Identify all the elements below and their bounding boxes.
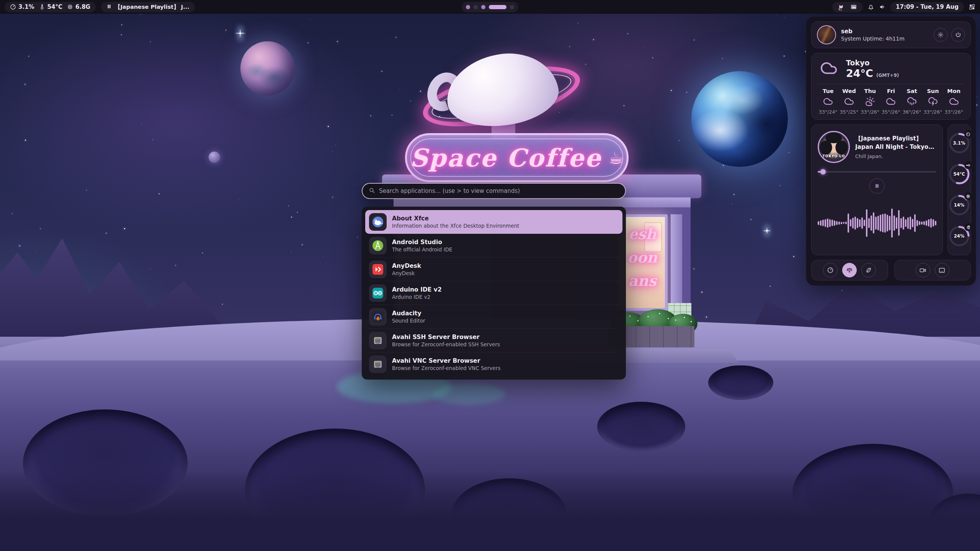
album-art[interactable]: TOKYO LO — [818, 131, 850, 163]
wallpaper-crater — [597, 402, 685, 452]
waveform-bar — [907, 217, 909, 228]
weather-cloud-icon — [818, 59, 840, 78]
waveform-bar — [873, 212, 874, 233]
waveform-bar — [891, 209, 893, 238]
gauge-icon — [10, 4, 16, 10]
screenshot-icon[interactable] — [935, 263, 949, 277]
power-icon[interactable] — [951, 28, 965, 42]
search-box[interactable] — [362, 183, 626, 199]
system-stats-pill[interactable]: 3.1% 54°C 6.8G — [5, 2, 96, 12]
forecast-day-label: Thu — [864, 88, 876, 94]
waveform-bar — [919, 221, 920, 225]
pause-button[interactable] — [869, 178, 885, 194]
top-bar: 3.1% 54°C 6.8G 【Japanese Playlist】 J... — [0, 0, 980, 14]
app-description: Browse for Zeroconf-enabled SSH Servers — [392, 341, 500, 348]
volume-icon[interactable] — [879, 3, 886, 10]
forecast-temps: 33°/26° — [924, 109, 942, 115]
app-description: Information about the Xfce Desktop Envir… — [392, 223, 519, 230]
app-icon — [369, 308, 387, 326]
user-name: seb — [841, 28, 905, 35]
waveform-bar — [852, 218, 854, 228]
neon-sign-text: Space Coffee — [410, 143, 602, 172]
pause-icon — [106, 4, 112, 10]
now-playing-pill[interactable]: 【Japanese Playlist】 J... — [101, 2, 195, 12]
app-list-item[interactable]: Android Studio The official Android IDE — [365, 234, 622, 258]
waveform-bar — [930, 218, 932, 228]
chip-icon — [67, 4, 73, 10]
waveform-bar — [845, 222, 847, 224]
divider — [818, 84, 964, 84]
app-icon — [369, 237, 387, 254]
waveform-bar — [914, 214, 916, 232]
app-grid-icon[interactable] — [969, 3, 975, 10]
waveform-bar — [850, 219, 851, 227]
waveform-bar — [875, 217, 877, 230]
neon-coffee-cup-icon: ☕ — [609, 148, 624, 168]
waveform-bar — [843, 222, 844, 224]
waveform-bar — [831, 220, 833, 226]
waveform-bar — [912, 219, 913, 227]
wallpaper-earth — [691, 71, 788, 167]
search-icon — [369, 187, 375, 195]
forecast-day-label: Fri — [887, 88, 895, 94]
workspace-dot-5[interactable] — [510, 5, 514, 9]
app-list-item[interactable]: Audacity Sound Editor — [365, 305, 622, 329]
workspace-dot-1[interactable] — [466, 5, 470, 9]
waveform-bar — [889, 216, 890, 230]
app-list-item[interactable]: Arduino IDE v2 Arduino IDE v2 — [365, 281, 622, 305]
app-icon — [369, 355, 387, 373]
avatar[interactable] — [817, 25, 836, 44]
cpu-stat: 3.1% — [10, 3, 34, 10]
wallpaper-sparkle — [240, 28, 241, 39]
waveform-bar — [838, 222, 840, 225]
app-list-item[interactable]: About Xfce Information about the Xfce De… — [365, 210, 622, 234]
waveform-bar — [928, 219, 929, 227]
wallpaper-icon[interactable] — [850, 3, 858, 10]
waveform-bar — [836, 221, 838, 225]
waveform-bar — [822, 220, 824, 226]
waveform-bar — [825, 219, 826, 227]
app-list-item[interactable]: Avahi VNC Server Browser Browse for Zero… — [365, 352, 622, 376]
screen-record-icon[interactable] — [916, 263, 930, 277]
system-gauges: 3.1% 54°C 14% 24% — [947, 124, 971, 255]
performance-mode-icon[interactable] — [823, 263, 838, 277]
forecast-day: Sun 33°/26° — [923, 88, 944, 115]
forecast-day-label: Mon — [947, 88, 960, 94]
forecast-day-label: Sat — [907, 88, 917, 94]
waveform-bar — [910, 217, 911, 230]
waveform-bar — [900, 218, 902, 228]
powersave-leaf-icon[interactable] — [861, 263, 876, 277]
workspace-switcher — [462, 2, 518, 12]
app-title: AnyDesk — [392, 262, 421, 270]
seek-knob[interactable] — [820, 169, 826, 174]
waveform-bar — [880, 215, 881, 232]
waveform-bar — [893, 215, 895, 231]
workspace-dot-4[interactable] — [489, 5, 506, 9]
app-description: Sound Editor — [392, 318, 425, 324]
capture-card — [894, 260, 971, 280]
waveform-bar — [857, 218, 858, 228]
user-card: seb System Uptime: 4h11m — [811, 21, 971, 48]
app-title: Arduino IDE v2 — [392, 286, 442, 294]
forecast-temps: 33°/26° — [861, 109, 880, 115]
app-icon — [369, 332, 387, 349]
notifications-bell-icon[interactable] — [867, 3, 874, 10]
weather-city: Tokyo — [846, 59, 899, 67]
app-list-item[interactable]: AnyDesk AnyDesk — [365, 258, 622, 281]
pet-widget-icon[interactable] — [838, 3, 844, 10]
seek-bar[interactable] — [818, 169, 936, 174]
clock[interactable]: 17:09 - Tue, 19 Aug — [890, 2, 964, 12]
app-title: Avahi VNC Server Browser — [392, 357, 500, 365]
balanced-mode-icon[interactable] — [842, 263, 857, 277]
workspace-dot-3[interactable] — [481, 5, 485, 9]
search-input[interactable] — [379, 187, 619, 194]
forecast-day-label: Sun — [927, 88, 939, 94]
tray-pill — [832, 2, 863, 12]
app-list-item[interactable]: Avahi SSH Server Browser Browse for Zero… — [365, 329, 622, 352]
settings-gear-icon[interactable] — [934, 28, 947, 42]
workspace-dot-2[interactable] — [474, 5, 478, 9]
forecast-day: Thu 33°/26° — [859, 88, 880, 115]
forecast-day: Mon 33°/26° — [943, 88, 964, 115]
side-panel: seb System Uptime: 4h11m Tokyo 24°C (GMT… — [806, 16, 976, 286]
weather-forecast: Tue 33°/24° Wed 35°/25° Thu 33°/26° Fri … — [818, 88, 964, 115]
